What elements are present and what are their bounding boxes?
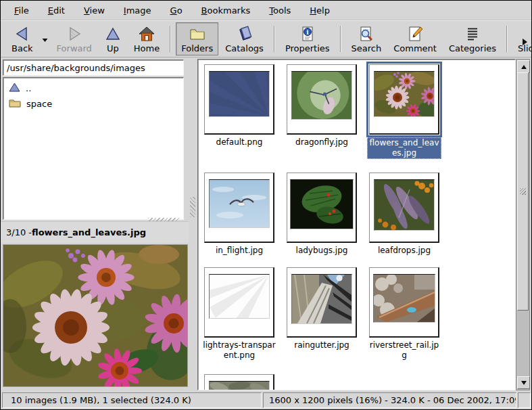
thumbnail-card[interactable] — [287, 64, 357, 135]
thumbnail-ladybugs.jpg[interactable]: ladybugs.jpg — [285, 173, 359, 256]
back-history-dropdown[interactable] — [39, 22, 51, 55]
scroll-up-icon — [521, 65, 527, 69]
pane-divider-grip[interactable] — [190, 197, 195, 217]
toolbar-button-label: Catalogs — [225, 43, 264, 53]
menu-file[interactable]: File — [5, 3, 39, 18]
preview-counter: 3/10 - — [6, 227, 32, 237]
toolbar-button-label: Search — [352, 43, 382, 53]
preview-image — [3, 244, 188, 387]
thumbnail-flowers_and_leaves.jpg[interactable]: flowers_and_leaves.jpg — [367, 64, 441, 159]
up-dir-icon — [9, 83, 20, 94]
toolbar-button-home[interactable]: Home — [128, 22, 165, 55]
toolbar-button-label: Back — [11, 43, 33, 53]
preview-status: 3/10 - flowers_and_leaves.jpg — [1, 221, 189, 243]
scrollbar-thumb[interactable] — [517, 72, 529, 311]
thumbnail-card[interactable] — [204, 374, 274, 390]
toolbar-button-search[interactable]: Search — [346, 22, 387, 55]
folder-icon — [9, 98, 21, 110]
toolbar: BackForwardUpHomeFoldersCatalogsiPropert… — [1, 20, 531, 58]
menu-bar: FileEditViewImageGoBookmarksToolsHelp — [1, 1, 531, 20]
thumbnail-raingutter.jpg[interactable]: raingutter.jpg — [285, 267, 359, 350]
thumbnail-card[interactable] — [287, 267, 357, 338]
home-icon — [138, 25, 155, 43]
toolbar-button-label: Comment — [393, 43, 437, 53]
comment-icon — [406, 25, 424, 43]
toolbar-separator — [506, 26, 508, 52]
toolbar-separator — [274, 26, 275, 52]
thumbnail-card[interactable] — [369, 173, 439, 243]
thumbnail-image — [373, 274, 435, 323]
thumbnail-filename: default.png — [202, 137, 276, 147]
menu-view[interactable]: View — [74, 3, 114, 18]
search-icon — [358, 25, 375, 43]
thumbnail-card[interactable] — [204, 64, 274, 135]
scrollbar-grip-icon — [520, 188, 526, 195]
thumbnail-partial[interactable] — [202, 374, 276, 390]
thumbnail-card[interactable] — [287, 173, 357, 243]
toolbar-button-back[interactable]: Back — [6, 22, 39, 55]
properties-icon: i — [299, 25, 316, 43]
thumbnail-filename: lightrays-transparent.png — [202, 340, 276, 361]
toolbar-button-up[interactable]: Up — [99, 22, 127, 55]
thumbnail-card[interactable] — [204, 267, 274, 338]
toolbar-button-label: Forward — [57, 43, 92, 53]
status-resize-grip[interactable] — [518, 392, 531, 408]
thumbnail-card[interactable] — [369, 64, 439, 135]
dropdown-arrow-icon — [42, 32, 48, 45]
up-icon — [104, 25, 122, 43]
menu-help[interactable]: Help — [300, 3, 339, 18]
toolbar-button-catalogs[interactable]: Catalogs — [220, 22, 269, 55]
toolbar-button-comment[interactable]: Comment — [388, 22, 442, 55]
thumbnail-filename: dragonfly.jpg — [285, 137, 359, 147]
overflow-arrow-icon[interactable] — [521, 36, 528, 49]
thumbnail-leafdrops.jpg[interactable]: leafdrops.jpg — [367, 173, 441, 256]
scroll-down-icon — [521, 381, 527, 385]
toolbar-button-label: Home — [134, 43, 160, 53]
thumbnail-riverstreet_rail.jpg[interactable]: riverstreet_rail.jpg — [367, 267, 441, 361]
catalogs-icon — [236, 25, 253, 43]
status-image-details: 1600 x 1200 pixels (16%) - 324.0 K - 06 … — [263, 392, 516, 408]
toolbar-button-label: Properties — [285, 43, 330, 53]
thumbnail-image — [209, 274, 270, 319]
scroll-down-button[interactable] — [517, 376, 530, 389]
folders-icon — [189, 25, 206, 43]
thumbnail-lightrays-transparent.png[interactable]: lightrays-transparent.png — [202, 267, 276, 361]
svg-text:i: i — [306, 29, 309, 36]
toolbar-button-forward[interactable]: Forward — [51, 22, 97, 55]
thumbnail-filename: raingutter.jpg — [285, 340, 359, 350]
thumbnail-filename: ladybugs.jpg — [285, 246, 359, 256]
folder-item-label: .. — [26, 83, 31, 93]
status-bar: 10 images (1.9 MB), 1 selected (324.0 K)… — [1, 391, 531, 409]
toolbar-button-folders[interactable]: Folders — [176, 22, 218, 55]
toolbar-button-categories[interactable]: Categories — [443, 22, 502, 55]
thumbnail-image — [374, 179, 435, 231]
thumbnail-filename: flowers_and_leaves.jpg — [367, 137, 441, 159]
toolbar-separator — [170, 26, 171, 52]
thumbnail-card[interactable] — [369, 267, 439, 338]
toolbar-button-label: Folders — [181, 43, 213, 53]
gthumb-window: FileEditViewImageGoBookmarksToolsHelp Ba… — [0, 0, 532, 410]
menu-edit[interactable]: Edit — [39, 3, 74, 18]
thumbnail-filename: leafdrops.jpg — [367, 246, 441, 256]
vertical-scrollbar[interactable] — [516, 59, 530, 390]
thumbnail-filename: riverstreet_rail.jpg — [367, 340, 441, 361]
thumbnail-default.png[interactable]: default.png — [202, 64, 276, 147]
toolbar-button-properties[interactable]: iProperties — [280, 22, 335, 55]
folder-item-space[interactable]: space — [3, 96, 183, 112]
thumbnail-in_flight.jpg[interactable]: in_flight.jpg — [202, 173, 276, 256]
forward-icon — [66, 25, 83, 43]
menu-go[interactable]: Go — [161, 3, 192, 18]
menu-bookmarks[interactable]: Bookmarks — [192, 3, 260, 18]
menu-tools[interactable]: Tools — [260, 3, 300, 18]
folder-item-label: space — [26, 99, 52, 109]
scroll-up-button[interactable] — [517, 60, 530, 73]
path-input[interactable] — [3, 60, 184, 76]
toolbar-button-label: Categories — [449, 43, 496, 53]
menu-image[interactable]: Image — [114, 3, 161, 18]
thumbnail-dragonfly.jpg[interactable]: dragonfly.jpg — [285, 64, 359, 147]
thumbnail-image — [209, 381, 270, 390]
thumbnail-card[interactable] — [204, 173, 274, 243]
folder-item-parent[interactable]: .. — [3, 81, 183, 96]
folder-list: ..space — [3, 77, 184, 220]
toolbar-button-label: Up — [107, 43, 119, 53]
